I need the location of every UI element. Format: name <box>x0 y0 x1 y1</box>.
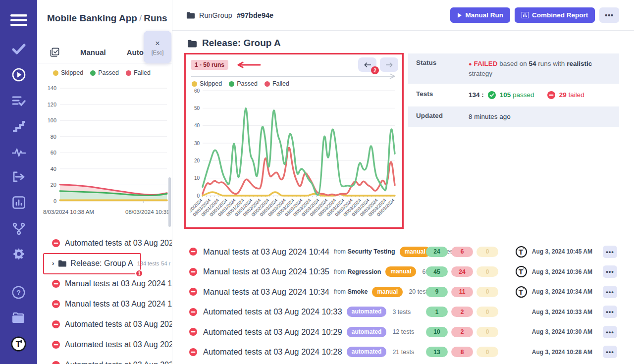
result-pills: 120 <box>426 307 498 317</box>
app-window: ?T Mobile Banking App/Runs Manual Automa… <box>0 0 634 364</box>
steps-icon[interactable] <box>0 121 37 132</box>
select-runs-icon[interactable] <box>50 48 59 57</box>
testomat-logo-icon[interactable]: T <box>0 336 37 352</box>
result-pills: 1380 <box>426 347 498 357</box>
chart-prev-button[interactable]: 2 <box>358 57 376 72</box>
run-row[interactable]: Automated tests at 03 Aug 2024 10:29auto… <box>172 322 634 342</box>
legend-item-failed: Failed <box>264 80 289 87</box>
tab-manual[interactable]: Manual <box>80 48 106 56</box>
y-tick-label: 140 <box>48 85 56 91</box>
bar-chart-icon <box>522 12 528 18</box>
run-list-item[interactable]: Manual tests at 03 Aug 2024 10:42 <box>37 294 172 314</box>
rungroup-word: RunGroup <box>199 11 232 19</box>
minus-circle-icon <box>189 348 197 356</box>
passed-dot-icon <box>90 70 96 76</box>
run-title: Automated tests at 03 Aug 2024 10:33 <box>203 307 342 316</box>
legend-item-failed: Failed <box>126 69 151 76</box>
passed-pill: 1 <box>426 307 448 317</box>
main-area: RunGroup #97bde94e Manual Run Combined R… <box>172 0 634 364</box>
run-type-badge: automated <box>347 347 387 357</box>
passed-pill: 13 <box>426 347 448 357</box>
close-icon[interactable]: × <box>155 39 160 48</box>
testomat-logo-icon: T' <box>516 286 527 298</box>
failed-pill: 2 <box>451 327 473 337</box>
annotation-arrow-icon <box>233 60 262 69</box>
passed-pill: 9 <box>426 287 448 297</box>
tasks-icon[interactable] <box>0 95 37 107</box>
topbar: RunGroup #97bde94e Manual Run Combined R… <box>172 0 634 31</box>
analytics-icon[interactable] <box>0 196 37 209</box>
skipped-dot-icon <box>53 70 58 76</box>
minus-circle-icon <box>189 308 197 316</box>
arrow-right-icon <box>385 62 393 68</box>
row-menu-button[interactable]: ••• <box>603 346 617 358</box>
failed-pill: 2 <box>451 307 473 317</box>
run-row[interactable]: Manual tests at 03 Aug 2024 10:34from Sm… <box>172 282 634 302</box>
run-list-item[interactable]: Automated tests at 03 Aug 2024 10 <box>37 355 172 364</box>
run-list-item[interactable]: Automated tests at 03 Aug 2024 10 <box>37 233 172 253</box>
chart-next-button[interactable] <box>380 57 398 72</box>
run-row[interactable]: Automated tests at 03 Aug 2024 10:33auto… <box>172 302 634 322</box>
run-title: Automated tests at 03 Aug 2024 10 <box>65 340 172 349</box>
chevron-right-icon[interactable]: › <box>52 260 54 267</box>
updated-value: 8 minutes ago <box>469 106 619 127</box>
run-source-suite: Smoke <box>347 288 368 295</box>
combined-report-button[interactable]: Combined Report <box>515 7 595 23</box>
y-tick-label: 80 <box>51 134 56 140</box>
minus-circle-icon <box>547 91 555 99</box>
menu-icon[interactable] <box>0 14 37 27</box>
run-list-item[interactable]: Automated tests at 03 Aug 2024 10 <box>37 334 172 355</box>
run-row[interactable]: Manual tests at 03 Aug 2024 10:44from Se… <box>172 242 634 262</box>
projects-icon[interactable] <box>0 312 37 324</box>
runs-range-label: 1 - 50 runs <box>191 60 228 70</box>
y-tick-label: 40 <box>51 166 56 172</box>
arrow-left-icon <box>364 62 371 68</box>
run-list: Automated tests at 03 Aug 2024 10›Releas… <box>37 233 172 364</box>
result-pills: 45240 <box>426 266 498 277</box>
skipped-pill: 0 <box>476 327 498 337</box>
help-icon[interactable]: ? <box>0 286 37 299</box>
run-row[interactable]: Automated tests at 03 Aug 2024 10:28auto… <box>172 342 634 363</box>
run-title: Automated tests at 03 Aug 2024 10 <box>65 361 172 364</box>
branch-icon[interactable] <box>0 222 37 235</box>
breadcrumb-project[interactable]: Mobile Banking App <box>47 13 137 23</box>
row-menu-button[interactable]: ••• <box>603 286 617 298</box>
updated-label: Updated <box>408 106 469 127</box>
more-actions-button[interactable]: ••• <box>599 7 619 23</box>
row-menu-button[interactable]: ••• <box>603 265 617 278</box>
run-title: Automated tests at 03 Aug 2024 10 <box>65 320 172 329</box>
run-list-item[interactable]: Manual tests at 03 Aug 2024 10:43 <box>37 273 172 294</box>
runs-slider-track[interactable] <box>191 73 398 79</box>
esc-tooltip[interactable]: × [Esc] <box>144 31 171 63</box>
play-icon <box>457 12 462 18</box>
status-label: Status <box>408 53 469 84</box>
group-heading: Release: Group A <box>187 38 281 49</box>
app-sidebar: ?T <box>0 0 37 364</box>
minus-circle-icon <box>189 248 197 256</box>
play-circle-icon[interactable] <box>0 68 37 82</box>
panel-scrollbar[interactable] <box>168 177 171 227</box>
y-tick-label: 60 <box>51 150 56 156</box>
run-source-suite: Security Testing <box>347 248 395 255</box>
status-row: Status ● FAILED based on 54 runs with re… <box>408 53 619 84</box>
row-menu-button[interactable]: ••• <box>603 306 617 318</box>
settings-icon[interactable] <box>0 248 37 261</box>
status-state: FAILED <box>474 60 497 67</box>
result-pills: 1020 <box>426 327 498 337</box>
row-menu-button[interactable]: ••• <box>603 326 617 338</box>
run-group-item[interactable]: ›Release: Group A134 tests54 r <box>37 253 172 273</box>
run-row[interactable]: Manual tests at 03 Aug 2024 10:35from Re… <box>172 262 634 282</box>
x-tick-label: 08/03/2024 10:39 <box>125 209 169 215</box>
manual-run-button[interactable]: Manual Run <box>450 7 511 23</box>
run-tests-count: 3 tests <box>392 309 411 315</box>
legend-label: Failed <box>272 80 289 87</box>
row-menu-button[interactable]: ••• <box>603 246 617 258</box>
run-title: Manual tests at 03 Aug 2024 10:44 <box>203 247 329 257</box>
pulse-icon[interactable] <box>0 148 37 156</box>
run-list-item[interactable]: Automated tests at 03 Aug 2024 10 <box>37 314 172 334</box>
y-tick-label: 10 <box>194 175 200 181</box>
check-icon[interactable] <box>0 44 37 54</box>
legend-label: Skipped <box>200 80 222 87</box>
run-title: Automated tests at 03 Aug 2024 10 <box>65 239 172 248</box>
sign-in-icon[interactable] <box>0 171 37 183</box>
